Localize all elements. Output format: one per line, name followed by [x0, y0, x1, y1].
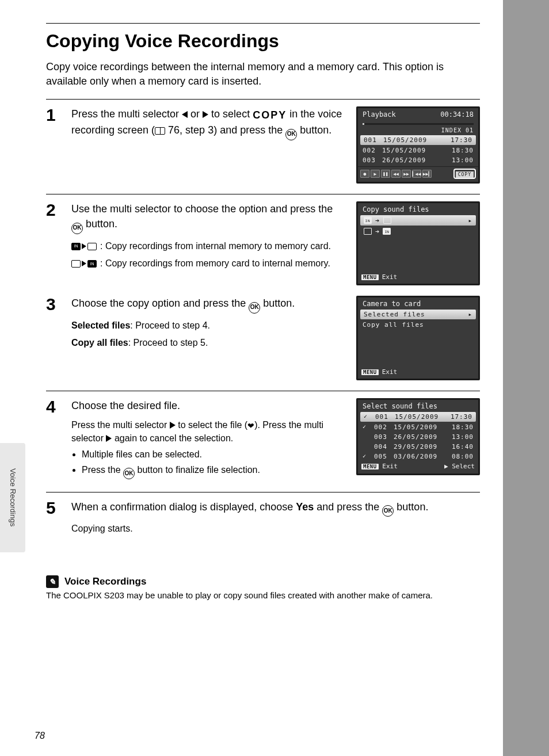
menu-badge: MENU — [361, 369, 379, 375]
menu-badge: MENU — [361, 274, 379, 280]
step-2: 2 Use the multi selector to choose the o… — [46, 201, 480, 285]
step-5: 5 When a confirmation dialog is displaye… — [46, 499, 480, 536]
lcd-playback: Playback 00:34:18 INDEX 01 00115/05/2009… — [356, 106, 480, 184]
exit-label: Exit — [382, 368, 398, 376]
step-2-text: Use the multi selector to choose the opt… — [71, 201, 346, 270]
recording-row: 00326/05/200913:00 — [358, 432, 478, 442]
card-icon — [87, 243, 97, 250]
select-label: Select — [452, 463, 475, 470]
card-icon — [383, 217, 391, 224]
step-number: 4 — [46, 398, 62, 415]
manual-page: Voice Recordings Copying Voice Recording… — [0, 0, 503, 756]
rewind-icon: ◀◀ — [391, 170, 401, 178]
copy-glyph: COPY — [253, 109, 287, 121]
forward-icon: ▶▶ — [402, 170, 411, 178]
step-3: 3 Choose the copy option and press the O… — [46, 296, 480, 380]
separator — [46, 492, 480, 492]
exit-label: Exit — [382, 273, 398, 281]
step-number: 5 — [46, 499, 62, 517]
chevron-right-icon: ▸ — [468, 311, 472, 318]
arrow-right-icon: ➔ — [375, 216, 380, 224]
step-4: 4 Choose the desired file. Press the mul… — [46, 398, 480, 481]
recording-row: ✓00503/06/200908:00 — [358, 452, 478, 461]
ok-icon: OK — [123, 468, 135, 479]
page-title: Copying Voice Recordings — [46, 23, 480, 52]
progress-bar — [363, 123, 474, 125]
ok-icon: OK — [285, 129, 297, 140]
record-icon: ● — [360, 170, 369, 178]
arrow-right-icon — [82, 261, 86, 266]
internal-memory-icon — [87, 260, 97, 268]
left-triangle-icon — [182, 111, 188, 118]
internal-memory-icon — [364, 217, 372, 224]
lcd-select-sound-files: Select sound files ✓00115/05/200917:30✓0… — [356, 398, 480, 475]
pause-icon: ❚❚ — [381, 170, 390, 178]
ok-icon: OK — [249, 302, 260, 314]
side-tab: Voice Recordings — [0, 443, 25, 552]
exit-label: Exit — [382, 463, 398, 470]
ok-icon: OK — [382, 505, 394, 517]
internal-memory-icon — [71, 243, 81, 250]
lcd-title-label: Copy sound files — [363, 205, 429, 213]
recording-row: ✓00215/05/200918:30 — [358, 422, 478, 432]
next-icon: ▶▶▎ — [422, 170, 432, 178]
right-triangle-icon — [106, 435, 112, 442]
separator — [46, 99, 480, 100]
step-1-text: Press the multi selector or to select CO… — [71, 106, 346, 140]
step-3-text: Choose the copy option and press the OK … — [71, 296, 346, 349]
checkmark-heart-icon: ❤ — [247, 421, 254, 432]
lcd-index: INDEX 01 — [358, 126, 478, 135]
lcd-copy-sound-files: Copy sound files ➔ ▸ ➔ MENU — [356, 201, 480, 285]
right-triangle-icon — [203, 111, 208, 118]
recording-row: 00115/05/200917:30 — [360, 135, 476, 145]
lcd-transport-bar: ● ▶ ❚❚ ◀◀ ▶▶ ▎◀◀ ▶▶▎ COPY — [358, 166, 478, 180]
option-card-to-in: ➔ — [360, 226, 476, 236]
card-icon — [364, 228, 372, 235]
step-4-text: Choose the desired file. Press the multi… — [71, 398, 346, 481]
side-tab-label: Voice Recordings — [9, 468, 17, 526]
recording-row: ✓00115/05/200917:30 — [360, 412, 476, 422]
step-5-text: When a confirmation dialog is displayed,… — [71, 499, 480, 536]
recording-row: 00215/05/200918:30 — [358, 146, 478, 155]
recording-row: 00326/05/200913:00 — [358, 155, 478, 165]
copy-badge: COPY — [453, 169, 476, 179]
step-number: 3 — [46, 296, 62, 313]
lcd-title-label: Camera to card — [363, 300, 421, 308]
lcd-time: 00:34:18 — [440, 110, 474, 119]
card-icon — [71, 260, 81, 268]
right-triangle-icon: ▶ — [444, 463, 448, 470]
lcd-title-label: Playback — [363, 110, 396, 119]
step-number: 2 — [46, 201, 62, 219]
ok-icon: OK — [71, 223, 83, 234]
recording-row: 00429/05/200916:40 — [358, 442, 478, 452]
play-icon: ▶ — [371, 170, 380, 178]
internal-memory-icon — [383, 228, 391, 235]
prev-icon: ▎◀◀ — [412, 170, 421, 178]
option-in-to-card: ➔ ▸ — [360, 215, 476, 226]
arrow-right-icon: ➔ — [375, 227, 379, 235]
arrow-right-icon — [82, 243, 86, 249]
step-1: 1 Press the multi selector or to select … — [46, 106, 480, 184]
chevron-right-icon: ▸ — [468, 217, 472, 224]
option-copy-all: Copy all files — [358, 320, 478, 330]
separator — [46, 194, 480, 194]
note-body: The COOLPIX S203 may be unable to play o… — [46, 590, 480, 600]
bullet-item: Press the OK button to finalize file sel… — [82, 464, 346, 479]
menu-badge: MENU — [361, 464, 379, 469]
book-icon — [155, 127, 165, 135]
step-number: 1 — [46, 106, 62, 124]
bullet-item: Multiple files can be selected. — [82, 448, 346, 461]
page-number: 78 — [35, 731, 45, 741]
intro-text: Copy voice recordings between the intern… — [46, 60, 480, 89]
option-selected-files: Selected files ▸ — [360, 310, 476, 319]
note-icon: ✎ — [46, 575, 59, 588]
right-triangle-icon — [170, 422, 176, 429]
note-heading: Voice Recordings — [64, 576, 146, 587]
lcd-camera-to-card: Camera to card Selected files ▸ Copy all… — [356, 296, 480, 380]
lcd-title-label: Select sound files — [363, 402, 437, 410]
separator — [46, 391, 480, 391]
note-block: ✎ Voice Recordings The COOLPIX S203 may … — [46, 575, 480, 600]
